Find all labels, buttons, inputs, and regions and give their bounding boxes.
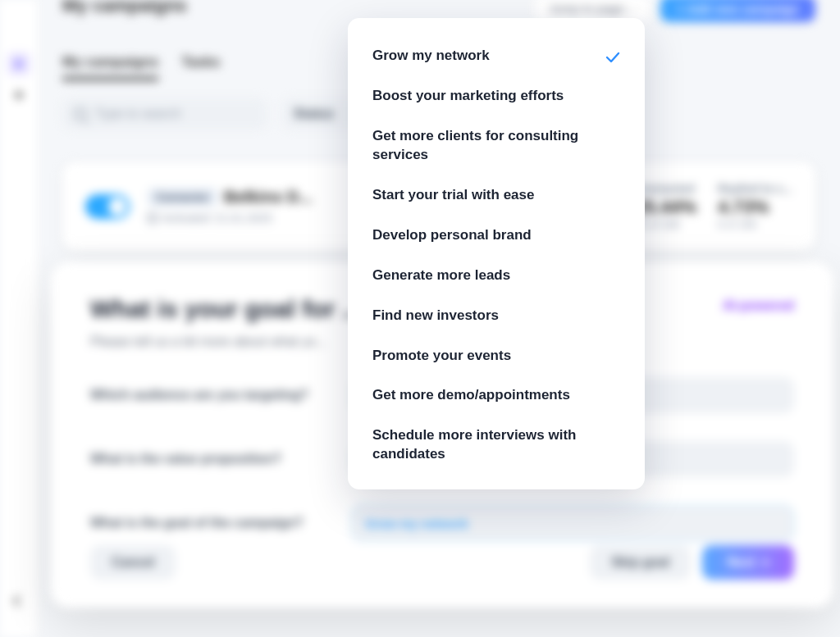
goal-select[interactable]: Grow my network xyxy=(351,505,794,541)
question-goal: What is the goal of the campaign? xyxy=(90,516,336,530)
search-input[interactable]: Type to search xyxy=(62,98,267,130)
goal-option[interactable]: Schedule more interviews with candidates xyxy=(348,416,645,475)
question-value-prop: What is the value proposition? xyxy=(90,452,336,466)
stat-replied: Replied to c... 4.73% 8 of 169 xyxy=(718,182,792,230)
goal-option-label: Get more demo/appointments xyxy=(372,386,570,405)
goal-option-label: Grow my network xyxy=(372,47,490,66)
goal-option-label: Generate more leads xyxy=(372,266,510,285)
goal-option[interactable]: Boost your marketing efforts xyxy=(348,76,645,116)
goal-option-label: Develop personal brand xyxy=(372,226,532,245)
calendar-icon xyxy=(148,213,158,223)
goal-option-label: Schedule more interviews with candidates xyxy=(372,426,620,464)
campaign-toggle[interactable] xyxy=(85,194,130,219)
goal-option-label: Find new investors xyxy=(372,307,499,325)
add-campaign-button[interactable]: + Add new campaign xyxy=(660,0,815,22)
goal-option[interactable]: Develop personal brand xyxy=(348,216,645,256)
cancel-button[interactable]: Cancel xyxy=(90,545,176,580)
collapse-icon[interactable] xyxy=(7,589,30,612)
goal-option-label: Boost your marketing efforts xyxy=(372,87,564,106)
search-icon xyxy=(74,107,87,121)
goal-option[interactable]: Get more demo/appointments xyxy=(348,375,645,416)
goal-option-label: Start your trial with ease xyxy=(372,186,534,205)
modal-footer: Cancel Skip goal Next xyxy=(90,545,794,580)
tab-my-campaigns[interactable]: My campaigns xyxy=(62,54,158,80)
next-button[interactable]: Next xyxy=(702,545,794,580)
goal-option[interactable]: Find new investors xyxy=(348,296,645,336)
question-audience: Which audience are you targeting? xyxy=(90,388,336,403)
next-label: Next xyxy=(727,555,756,570)
goal-dropdown[interactable]: Grow my networkBoost your marketing effo… xyxy=(348,18,645,489)
goal-option[interactable]: Get more clients for consulting services xyxy=(348,116,645,175)
activated-label: Activated xyxy=(162,212,210,225)
campaign-type-chip: Connector xyxy=(148,188,217,207)
settings-icon[interactable] xyxy=(7,84,30,107)
chevron-right-icon xyxy=(764,558,769,566)
goal-option[interactable]: Start your trial with ease xyxy=(348,175,645,216)
ai-powered-badge: AI-powered xyxy=(723,298,794,313)
goal-option[interactable]: Grow my network xyxy=(348,36,645,76)
campaign-name: Belkins D... xyxy=(224,188,313,207)
search-placeholder: Type to search xyxy=(95,107,181,121)
goal-option[interactable]: Promote your events xyxy=(348,336,645,376)
activated-date: 21.01.2025 xyxy=(215,212,272,225)
sidebar xyxy=(0,0,38,637)
check-icon xyxy=(605,50,620,60)
goal-option-label: Promote your events xyxy=(372,347,511,366)
skip-goal-button[interactable]: Skip goal xyxy=(590,545,691,580)
goal-option-label: Get more clients for consulting services xyxy=(372,127,620,165)
goal-option[interactable]: Generate more leads xyxy=(348,256,645,296)
tab-tasks[interactable]: Tasks xyxy=(181,54,220,80)
campaigns-icon[interactable] xyxy=(7,52,30,75)
